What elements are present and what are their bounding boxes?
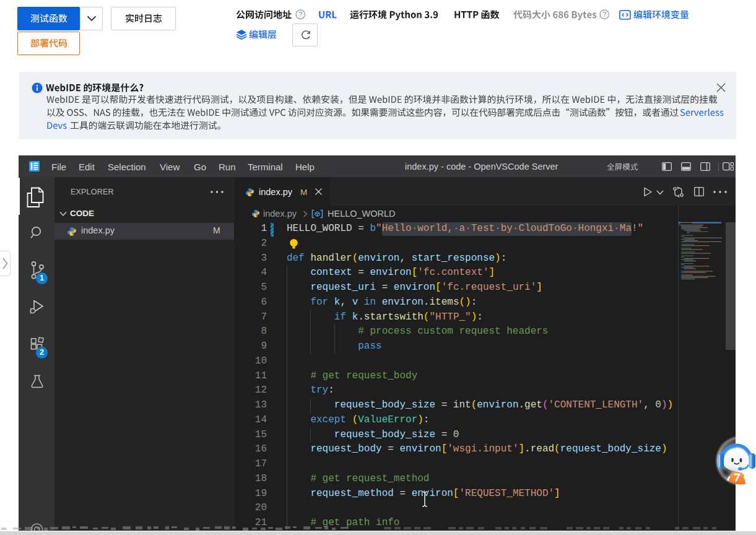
svg-text:?: ? [602,11,606,19]
svg-text:?: ? [298,11,302,19]
